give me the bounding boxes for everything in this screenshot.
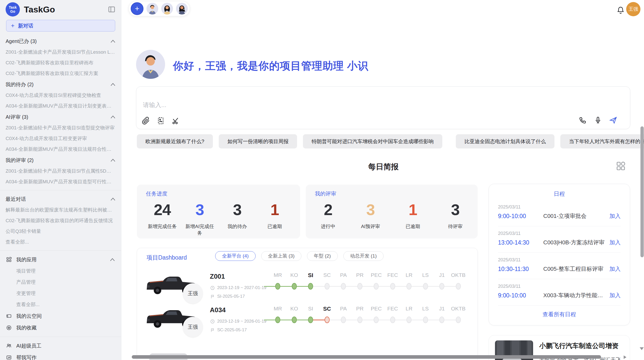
my-apps-label: 我的应用 bbox=[16, 256, 105, 263]
divider bbox=[0, 250, 121, 251]
sidebar-item-help-write[interactable]: 帮我写作 bbox=[0, 352, 121, 360]
paperclip-icon[interactable] bbox=[142, 117, 150, 125]
app-link-product-mgmt[interactable]: 产品管理 bbox=[0, 277, 121, 288]
app-link-change-mgmt[interactable]: 变更管理 bbox=[0, 288, 121, 299]
chat-input-card bbox=[136, 86, 630, 129]
scroll-down-arrow-icon[interactable] bbox=[640, 347, 644, 350]
milestone-ls: LS bbox=[417, 272, 434, 292]
conversation-item[interactable]: Z001-全新燃油轻卡产品开发项目SI造型提交物评审 bbox=[0, 123, 121, 133]
suggestion-chip[interactable]: 特朗普可能对进口汽车增税会对中国车企造成哪些影响 bbox=[303, 134, 442, 148]
schedule-time: 9:00-10:00 bbox=[498, 213, 543, 220]
app-link-project-mgmt[interactable]: 项目管理 bbox=[0, 265, 121, 277]
recent-view-all-link[interactable]: 查看全部... bbox=[0, 237, 121, 247]
layout-grid-icon[interactable] bbox=[616, 161, 626, 171]
contact-avatar-1[interactable] bbox=[147, 3, 158, 14]
conversation-item[interactable]: C0X4-动力总成开发项目SI里程碑提交物检查 bbox=[0, 90, 121, 101]
section-agent-done[interactable]: Agent已办 (3) bbox=[0, 36, 121, 47]
task-progress-card: 任务进度 24新增完成任务 3新增AI完成任务 3我的待办 1已逾期 bbox=[137, 185, 300, 238]
chevron-up-icon[interactable] bbox=[110, 158, 115, 162]
clock-icon bbox=[210, 319, 215, 324]
conversation-item[interactable]: C02-飞腾新能源轻客改款项目立项汇报方案 bbox=[0, 68, 121, 79]
card-title: 我的评审 bbox=[315, 190, 336, 197]
section-ai-review[interactable]: AI评审 (3) bbox=[0, 111, 121, 123]
user-avatar[interactable]: 王强 bbox=[626, 2, 640, 16]
contact-avatar-3[interactable] bbox=[176, 3, 188, 14]
conversation-item[interactable]: Z001-全新燃油皮卡产品开发项目SI节点Lesson Learn报告 bbox=[0, 47, 121, 57]
milestone-ko: KO bbox=[286, 306, 303, 325]
milestone-j1: J1 bbox=[434, 272, 450, 292]
conversation-item[interactable]: A034-全新新能源MUV产品开发项目造型可行性评审 bbox=[0, 176, 121, 187]
input-right-icons bbox=[579, 116, 617, 124]
section-recent-chats[interactable]: 最近对话 bbox=[0, 193, 121, 205]
contact-avatar-2[interactable] bbox=[161, 3, 173, 14]
suggestion-chip[interactable]: 当下年轻人对汽车外观有怎样的喜好趋势 bbox=[560, 134, 644, 148]
join-link[interactable]: 加入 bbox=[609, 212, 621, 220]
chevron-up-icon[interactable] bbox=[110, 258, 115, 261]
project-dates: 2023-12-19 ~ 2027-01-19 bbox=[210, 285, 266, 290]
stat-my-todo: 3我的待办 bbox=[222, 201, 253, 236]
tab-model-year[interactable]: 年型 (2) bbox=[307, 251, 338, 261]
send-icon[interactable] bbox=[609, 116, 617, 124]
conversation-item[interactable]: A034-全新新能源MUV产品开发项目计划变更表编写 bbox=[0, 101, 121, 111]
milestone-lr: LR bbox=[401, 306, 417, 325]
suggestion-chip[interactable]: 欧洲新规最近颁布了什么? bbox=[137, 134, 213, 148]
project-dashboard-card: 项目Dashboard 全新平台 (4) 全新上装 (3) 年型 (2) 动总开… bbox=[137, 248, 478, 360]
recent-chat-item[interactable]: 公司Q3轻卡销量 bbox=[0, 226, 121, 237]
join-link[interactable]: 加入 bbox=[609, 265, 621, 273]
recent-chat-item[interactable]: C02-飞腾新能源轻客改款项目的闭环通告反馈情况 bbox=[0, 215, 121, 226]
mic-icon[interactable] bbox=[594, 116, 602, 124]
sidebar-collapse-icon[interactable] bbox=[107, 6, 116, 13]
milestone-si-current: SI bbox=[302, 272, 319, 292]
sidebar-item-favorites[interactable]: 我的收藏 bbox=[0, 322, 121, 334]
join-link[interactable]: 加入 bbox=[609, 292, 621, 299]
schedule-time: 13:00-14:30 bbox=[498, 239, 543, 246]
input-left-icons bbox=[142, 117, 180, 125]
sidebar-item-my-apps[interactable]: 我的应用 bbox=[0, 254, 121, 265]
chat-input[interactable] bbox=[143, 101, 372, 109]
tab-new-platform[interactable]: 全新平台 (4) bbox=[215, 251, 256, 261]
tab-new-body[interactable]: 全新上装 (3) bbox=[261, 251, 302, 261]
new-chat-button[interactable]: + 新对话 bbox=[6, 20, 115, 32]
conversation-item[interactable]: C02-飞腾新能源轻客改款项目里程碑画布 bbox=[0, 57, 121, 68]
notifications-bell-icon[interactable] bbox=[617, 6, 625, 15]
section-my-review[interactable]: 我的评审 (2) bbox=[0, 155, 121, 166]
section-my-todo[interactable]: 我的待办 (2) bbox=[0, 79, 121, 90]
stat-new-done: 24新增完成任务 bbox=[147, 201, 178, 236]
chevron-up-icon[interactable] bbox=[110, 83, 115, 86]
suggestion-chips: 欧洲新规最近颁布了什么? 如何写一份清晰的项目周报 特朗普可能对进口汽车增税会对… bbox=[137, 134, 630, 148]
phone-icon[interactable] bbox=[579, 116, 587, 124]
plus-icon: + bbox=[11, 22, 14, 29]
chevron-up-icon[interactable] bbox=[110, 197, 115, 201]
dashboard-filter-tabs: 全新平台 (4) 全新上装 (3) 年型 (2) 动总开发 (1) bbox=[215, 251, 384, 261]
sidebar-item-cloud-space[interactable]: 我的云空间 bbox=[0, 310, 121, 322]
view-all-schedule-link[interactable]: 查看所有日程 bbox=[498, 311, 621, 318]
chevron-up-icon[interactable] bbox=[110, 115, 115, 119]
favorites-label: 我的收藏 bbox=[16, 324, 37, 331]
project-row[interactable]: 王强 Z001 2023-12-19 ~ 2027-01-19 SI-2025-… bbox=[137, 271, 477, 305]
favorites-star-icon bbox=[6, 325, 12, 331]
apps-view-all-link[interactable]: 查看全部... bbox=[0, 299, 121, 310]
suggestion-chip[interactable]: 如何写一份清晰的项目周报 bbox=[219, 134, 297, 148]
scissors-icon[interactable] bbox=[171, 117, 180, 125]
tab-powertrain[interactable]: 动总开发 (1) bbox=[343, 251, 384, 261]
project-row[interactable]: 王强 A034 2023-12-19 ~ 2026-01-19 SC-2025-… bbox=[137, 305, 477, 338]
chevron-up-icon[interactable] bbox=[110, 39, 115, 43]
my-review-card: 我的评审 2进行中 3AI预评审 1已逾期 3待评审 bbox=[306, 185, 478, 238]
project-dates: 2023-12-19 ~ 2026-01-19 bbox=[210, 319, 266, 324]
conversation-item[interactable]: Z001-全新燃油轻卡产品开发项目SI节点属性5D文件评审 bbox=[0, 166, 121, 176]
join-link[interactable]: 加入 bbox=[609, 239, 621, 246]
suggestion-chip[interactable]: 比亚迪全固态电池计划具体说了什么 bbox=[456, 134, 554, 148]
screenshot-icon[interactable] bbox=[157, 117, 165, 125]
recent-chat-item[interactable]: 解释最新出台的欧盟报废车法规再生塑料比例被调至15%... bbox=[0, 205, 121, 215]
schedule-date: 2025/03/11 bbox=[498, 231, 621, 236]
conversation-item[interactable]: C0X4-动力总成开发项目工程变更评审 bbox=[0, 133, 121, 144]
project-next-node: SC-2025-05-17 bbox=[210, 327, 247, 333]
cloud-space-label: 我的云空间 bbox=[16, 313, 42, 320]
horizontal-scrollbar[interactable] bbox=[132, 355, 601, 359]
vertical-scrollbar[interactable] bbox=[640, 126, 644, 257]
scroll-right-arrow-icon[interactable] bbox=[624, 355, 626, 359]
sidebar-item-ai-employee[interactable]: AI超级员工 bbox=[0, 340, 121, 352]
add-contact-button[interactable]: + bbox=[131, 2, 143, 15]
conversation-item[interactable]: A034-全新新能源MUV产品开发项目法规符合性评审 bbox=[0, 144, 121, 155]
stat-ai-pre-review: 3AI预评审 bbox=[355, 201, 386, 230]
